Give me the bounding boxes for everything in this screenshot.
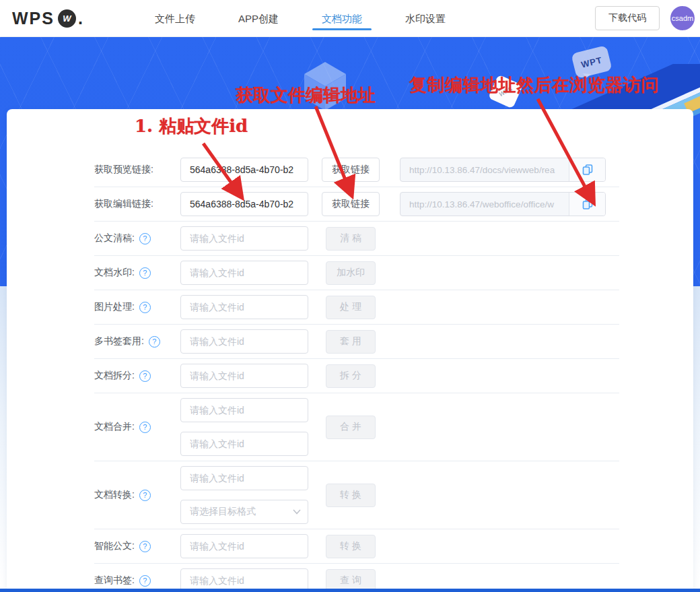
add-watermark-button[interactable]: 加水印 [326,261,376,285]
row-label: 公文清稿: [94,232,135,244]
doc-functions-form: 获取预览链接: 获取链接 获取编辑链接: [7,109,693,592]
help-icon[interactable] [139,575,151,587]
row-label: 获取编辑链接: [94,198,153,210]
doc-merge-button[interactable]: 合 并 [326,416,376,439]
help-icon[interactable] [139,490,151,501]
tab-file-upload[interactable]: 文件上传 [155,0,195,37]
doc-convert-button[interactable]: 转 换 [326,484,376,507]
row-image-process: 图片处理: 处 理 [94,290,619,325]
help-icon[interactable] [149,336,160,348]
doc-split-id-input[interactable] [180,364,308,388]
edit-url-group [400,192,606,216]
bookmark-apply-id-input[interactable] [180,329,308,354]
doc-clean-button[interactable]: 清 稿 [326,227,376,251]
tab-doc-functions[interactable]: 文档功能 [322,0,362,37]
edit-file-id-input[interactable] [180,192,308,216]
copy-icon [582,164,594,176]
chevron-down-icon [293,509,301,515]
copy-preview-url-button[interactable] [569,158,605,181]
row-doc-watermark: 文档水印: 加水印 [94,256,619,290]
nav-tabs: 文件上传 APP创建 文档功能 水印设置 [155,0,446,37]
row-label: 获取预览链接: [94,164,153,176]
row-label: 文档转换: [94,489,135,501]
download-code-button[interactable]: 下载代码 [595,6,660,30]
doc-watermark-id-input[interactable] [180,261,308,285]
image-process-id-input[interactable] [180,295,308,319]
preview-url-output [400,158,569,181]
row-label: 图片处理: [94,301,135,313]
doc-merge-id-input-1[interactable] [180,398,308,422]
doc-functions-panel: 获取预览链接: 获取链接 获取编辑链接: [7,109,693,592]
bottom-section-edge [0,589,700,592]
smart-doc-button[interactable]: 转 换 [326,535,376,558]
help-icon[interactable] [139,541,151,552]
target-format-select[interactable]: 请选择目标格式 [180,500,308,524]
copy-icon [582,198,594,210]
navbar-right: 下载代码 csadm [595,6,700,30]
row-doc-merge: 文档合并: 合 并 [94,393,619,461]
edit-url-output [400,193,569,216]
help-icon[interactable] [139,370,151,382]
tab-app-create[interactable]: APP创建 [238,0,279,37]
tab-watermark-settings[interactable]: 水印设置 [405,0,446,37]
doc-merge-id-input-2[interactable] [180,432,308,456]
row-label: 文档水印: [94,267,135,279]
wps-logo-icon: W [58,9,76,28]
row-get-edit-link: 获取编辑链接: 获取链接 [94,187,619,222]
help-icon[interactable] [139,422,151,433]
row-label: 智能公文: [94,540,135,552]
row-doc-clean: 公文清稿: 清 稿 [94,222,619,256]
help-icon[interactable] [139,267,151,279]
isometric-cube-decoration [304,62,346,110]
get-preview-link-button[interactable]: 获取链接 [322,158,380,182]
preview-url-group [400,158,606,182]
help-icon[interactable] [139,233,151,244]
bookmark-apply-button[interactable]: 套 用 [326,330,376,354]
preview-file-id-input[interactable] [180,158,308,182]
page: WPS W . 文件上传 APP创建 文档功能 水印设置 下载代码 csadm … [0,0,700,592]
wps-logo-suffix: . [78,9,83,28]
top-navbar: WPS W . 文件上传 APP创建 文档功能 水印设置 下载代码 csadm [0,0,700,37]
image-process-button[interactable]: 处 理 [326,296,376,319]
row-label: 查询书签: [94,574,135,587]
copy-edit-url-button[interactable] [569,193,605,216]
row-doc-split: 文档拆分: 拆 分 [94,359,619,393]
doc-convert-id-input[interactable] [180,466,308,490]
row-smart-doc: 智能公文: 转 换 [94,529,619,564]
wps-logo: WPS W . [12,9,140,28]
row-doc-convert: 文档转换: 请选择目标格式 转 换 [94,461,619,529]
row-label: 多书签套用: [94,335,144,348]
help-icon[interactable] [139,302,151,313]
get-edit-link-button[interactable]: 获取链接 [322,192,380,216]
user-avatar[interactable]: csadm [670,6,695,30]
target-format-select-value: 请选择目标格式 [190,506,256,518]
row-label: 文档合并: [94,421,135,433]
row-label: 文档拆分: [94,370,135,382]
row-query-bookmark: 查询书签: 查 询 [94,564,619,592]
doc-clean-id-input[interactable] [180,226,308,251]
row-get-preview-link: 获取预览链接: 获取链接 [94,153,619,187]
smart-doc-id-input[interactable] [180,534,308,558]
row-bookmark-apply: 多书签套用: 套 用 [94,325,619,359]
doc-split-button[interactable]: 拆 分 [326,364,376,388]
wps-logo-text: WPS [12,9,55,28]
